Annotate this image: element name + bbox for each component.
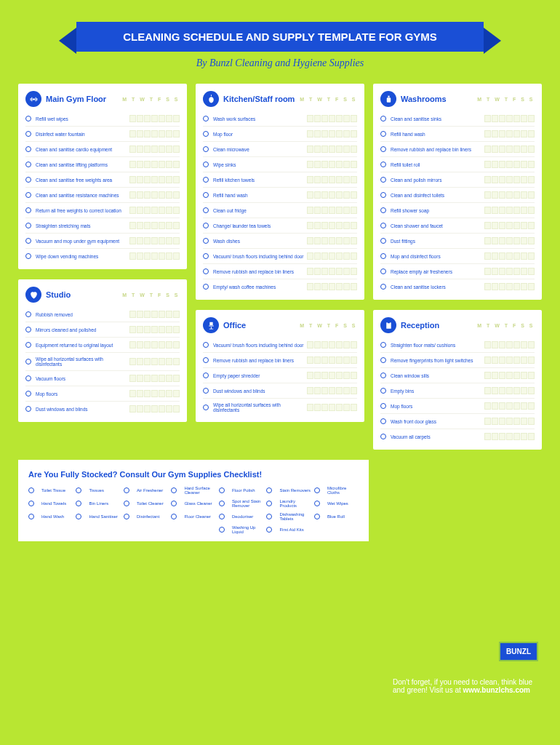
day-checkbox[interactable]: [144, 222, 151, 229]
task-radio[interactable]: [25, 311, 31, 317]
day-checkbox[interactable]: [173, 146, 180, 153]
day-checkbox[interactable]: [329, 176, 335, 183]
day-checkbox[interactable]: [159, 237, 165, 244]
day-checkbox[interactable]: [144, 237, 151, 244]
task-radio[interactable]: [25, 162, 31, 167]
day-checkbox[interactable]: [513, 146, 520, 153]
day-checkbox[interactable]: [144, 130, 151, 138]
day-checkbox[interactable]: [151, 237, 158, 244]
day-checkbox[interactable]: [528, 222, 535, 229]
day-checkbox[interactable]: [336, 176, 343, 183]
day-checkbox[interactable]: [314, 372, 321, 379]
day-checkbox[interactable]: [137, 207, 143, 214]
day-checkbox[interactable]: [351, 130, 357, 138]
day-checkbox[interactable]: [521, 130, 527, 138]
task-radio[interactable]: [203, 372, 209, 378]
task-radio[interactable]: [25, 253, 31, 259]
day-checkbox[interactable]: [159, 405, 165, 413]
day-checkbox[interactable]: [513, 283, 520, 290]
day-checkbox[interactable]: [151, 326, 158, 333]
day-checkbox[interactable]: [484, 418, 491, 425]
task-radio[interactable]: [203, 207, 209, 213]
day-checkbox[interactable]: [166, 358, 172, 365]
supply-radio[interactable]: [28, 487, 34, 493]
day-checkbox[interactable]: [484, 146, 491, 153]
day-checkbox[interactable]: [307, 283, 313, 290]
day-checkbox[interactable]: [521, 356, 527, 364]
day-checkbox[interactable]: [528, 176, 535, 183]
task-radio[interactable]: [380, 372, 386, 378]
day-checkbox[interactable]: [336, 387, 343, 394]
day-checkbox[interactable]: [129, 326, 136, 333]
day-checkbox[interactable]: [521, 207, 527, 214]
day-checkbox[interactable]: [321, 387, 328, 394]
day-checkbox[interactable]: [343, 222, 350, 229]
task-radio[interactable]: [203, 177, 209, 183]
day-checkbox[interactable]: [173, 222, 180, 229]
day-checkbox[interactable]: [129, 222, 136, 229]
day-checkbox[interactable]: [484, 402, 491, 410]
task-radio[interactable]: [203, 268, 209, 274]
day-checkbox[interactable]: [173, 207, 180, 214]
day-checkbox[interactable]: [314, 115, 321, 122]
day-checkbox[interactable]: [137, 222, 143, 229]
day-checkbox[interactable]: [499, 341, 505, 348]
day-checkbox[interactable]: [351, 176, 357, 183]
day-checkbox[interactable]: [521, 146, 527, 153]
day-checkbox[interactable]: [151, 146, 158, 153]
supply-radio[interactable]: [266, 487, 272, 493]
day-checkbox[interactable]: [484, 161, 491, 168]
day-checkbox[interactable]: [159, 390, 165, 397]
day-checkbox[interactable]: [351, 404, 357, 411]
day-checkbox[interactable]: [137, 311, 143, 318]
day-checkbox[interactable]: [151, 176, 158, 183]
day-checkbox[interactable]: [499, 130, 505, 138]
day-checkbox[interactable]: [314, 161, 321, 168]
day-checkbox[interactable]: [528, 115, 535, 122]
day-checkbox[interactable]: [336, 268, 343, 275]
day-checkbox[interactable]: [499, 418, 505, 425]
day-checkbox[interactable]: [484, 387, 491, 394]
supply-radio[interactable]: [219, 514, 225, 519]
day-checkbox[interactable]: [129, 252, 136, 260]
day-checkbox[interactable]: [144, 115, 151, 122]
day-checkbox[interactable]: [173, 390, 180, 397]
day-checkbox[interactable]: [159, 191, 165, 199]
day-checkbox[interactable]: [336, 237, 343, 244]
day-checkbox[interactable]: [343, 404, 350, 411]
day-checkbox[interactable]: [499, 283, 505, 290]
day-checkbox[interactable]: [173, 252, 180, 260]
day-checkbox[interactable]: [484, 252, 491, 260]
day-checkbox[interactable]: [307, 207, 313, 214]
supply-radio[interactable]: [219, 501, 225, 506]
day-checkbox[interactable]: [137, 130, 143, 138]
supply-radio[interactable]: [76, 501, 81, 506]
day-checkbox[interactable]: [144, 390, 151, 397]
day-checkbox[interactable]: [336, 372, 343, 379]
day-checkbox[interactable]: [484, 237, 491, 244]
day-checkbox[interactable]: [513, 191, 520, 199]
day-checkbox[interactable]: [129, 358, 136, 365]
day-checkbox[interactable]: [336, 115, 343, 122]
supply-radio[interactable]: [28, 501, 34, 506]
day-checkbox[interactable]: [492, 115, 498, 122]
task-radio[interactable]: [380, 177, 386, 183]
day-checkbox[interactable]: [314, 207, 321, 214]
day-checkbox[interactable]: [321, 356, 328, 364]
day-checkbox[interactable]: [492, 146, 498, 153]
day-checkbox[interactable]: [336, 130, 343, 138]
day-checkbox[interactable]: [513, 268, 520, 275]
task-radio[interactable]: [25, 223, 31, 228]
day-checkbox[interactable]: [314, 268, 321, 275]
task-radio[interactable]: [25, 192, 31, 198]
day-checkbox[interactable]: [506, 402, 513, 410]
day-checkbox[interactable]: [513, 237, 520, 244]
day-checkbox[interactable]: [151, 358, 158, 365]
day-checkbox[interactable]: [129, 176, 136, 183]
task-radio[interactable]: [203, 146, 209, 152]
day-checkbox[interactable]: [336, 252, 343, 260]
day-checkbox[interactable]: [314, 237, 321, 244]
day-checkbox[interactable]: [506, 222, 513, 229]
day-checkbox[interactable]: [137, 191, 143, 199]
day-checkbox[interactable]: [521, 402, 527, 410]
